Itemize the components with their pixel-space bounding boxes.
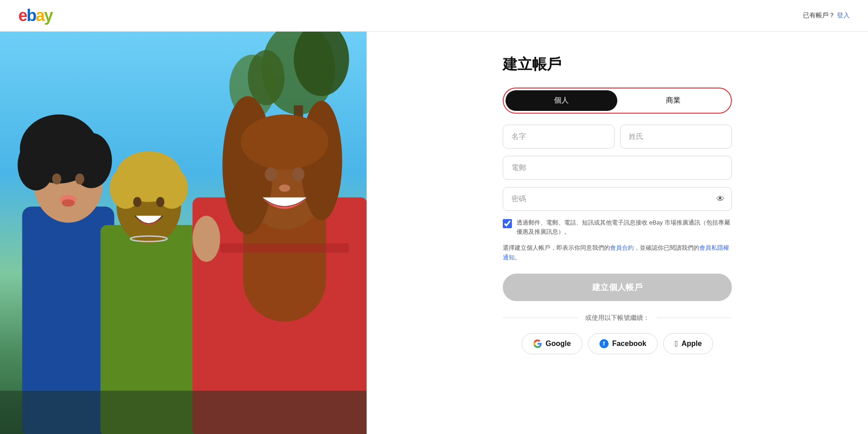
logo-b: b — [27, 6, 36, 25]
svg-point-21 — [133, 197, 142, 207]
svg-point-32 — [279, 185, 290, 192]
name-row — [503, 125, 732, 148]
marketing-label: 透過郵件、電郵、電話、短訊或其他電子訊息接收 eBay 市場推廣通訊（包括專屬優… — [516, 218, 732, 236]
facebook-icon: f — [599, 339, 609, 348]
email-wrapper — [503, 156, 732, 180]
svg-rect-35 — [0, 391, 367, 434]
form-panel: 建立帳戶 個人 商業 👁 透過郵件、電 — [367, 32, 868, 434]
logo-y: y — [44, 6, 52, 25]
google-label: Google — [546, 340, 571, 348]
create-account-button[interactable]: 建立個人帳戶 — [503, 274, 732, 301]
form-inner: 建立帳戶 個人 商業 👁 透過郵件、電 — [503, 55, 732, 354]
svg-point-22 — [156, 197, 165, 207]
apple-label: Apple — [681, 340, 702, 348]
email-input[interactable] — [503, 156, 732, 180]
facebook-sign-in-button[interactable]: f Facebook — [588, 333, 658, 354]
svg-rect-34 — [220, 243, 349, 253]
social-buttons-container: Google f Facebook  Apple — [503, 333, 732, 354]
svg-point-15 — [62, 199, 75, 207]
first-name-input[interactable] — [503, 125, 615, 148]
business-account-button[interactable]: 商業 — [617, 90, 729, 111]
svg-point-12 — [52, 173, 61, 184]
main-content: 建立帳戶 個人 商業 👁 透過郵件、電 — [0, 32, 868, 434]
last-name-input[interactable] — [620, 125, 732, 148]
personal-account-button[interactable]: 個人 — [505, 90, 617, 111]
marketing-checkbox-area: 透過郵件、電郵、電話、短訊或其他電子訊息接收 eBay 市場推廣通訊（包括專屬優… — [503, 218, 732, 236]
divider-line-left — [503, 318, 578, 318]
apple-sign-in-button[interactable]:  Apple — [663, 333, 713, 354]
logo-a: a — [36, 6, 44, 25]
account-type-toggle: 個人 商業 — [503, 88, 732, 114]
svg-point-30 — [265, 167, 277, 181]
toggle-password-icon[interactable]: 👁 — [716, 194, 725, 204]
svg-point-11 — [36, 131, 101, 176]
member-agreement-link[interactable]: 會員合約 — [610, 244, 634, 251]
svg-point-13 — [75, 173, 84, 184]
apple-icon:  — [675, 340, 678, 348]
logo-e: e — [18, 6, 27, 25]
form-title: 建立帳戶 — [503, 55, 732, 75]
marketing-checkbox[interactable] — [503, 219, 512, 228]
svg-point-5 — [248, 50, 285, 105]
divider-text: 或使用以下帳號繼續： — [585, 314, 649, 322]
social-divider: 或使用以下帳號繼續： — [503, 314, 732, 322]
google-sign-in-button[interactable]: Google — [522, 333, 582, 354]
ebay-logo[interactable]: ebay — [18, 7, 52, 24]
sign-in-link[interactable]: 登入 — [837, 11, 850, 19]
already-have-account-text: 已有帳戶？ — [803, 11, 835, 19]
svg-point-31 — [292, 167, 304, 181]
google-icon — [533, 339, 542, 348]
terms-text: 選擇建立個人帳戶，即表示你同意我們的會員合約，並確認你已閱讀我們的會員私隱權通知… — [503, 243, 732, 263]
header-login-area: 已有帳戶？ 登入 — [803, 11, 850, 20]
header: ebay 已有帳戶？ 登入 — [0, 0, 868, 32]
svg-point-29 — [241, 115, 329, 170]
divider-line-right — [657, 318, 732, 318]
facebook-label: Facebook — [612, 340, 647, 348]
password-wrapper: 👁 — [503, 187, 732, 211]
svg-point-33 — [192, 216, 220, 262]
hero-image-panel — [0, 32, 367, 434]
password-input[interactable] — [503, 187, 732, 211]
